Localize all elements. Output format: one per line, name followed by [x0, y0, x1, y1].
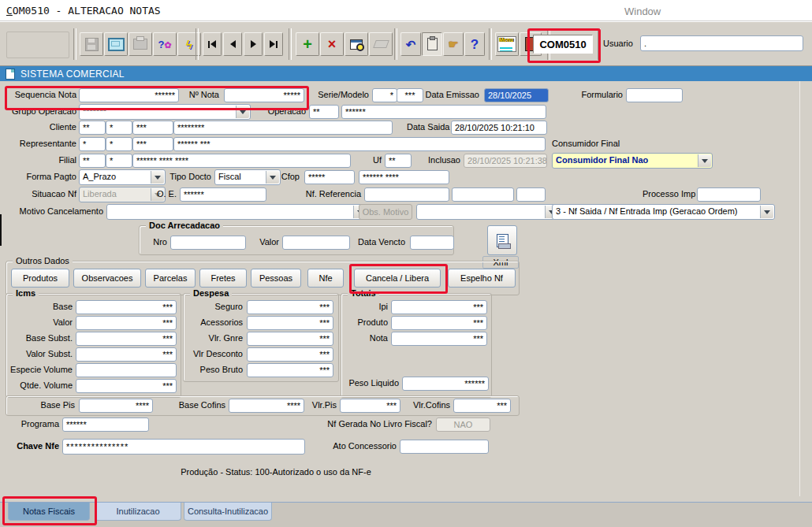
observacoes-button[interactable]: Observacoes — [73, 269, 141, 288]
representante-input-2[interactable]: * — [106, 137, 132, 151]
nro-label: Nro — [148, 237, 167, 248]
filial-input-1[interactable]: ** — [79, 154, 106, 168]
dropdown-arrow-icon[interactable] — [151, 171, 164, 184]
ato-concessorio-input[interactable] — [400, 440, 489, 454]
base-cofins-input[interactable]: **** — [229, 399, 304, 413]
cliente-input-4[interactable]: ******** — [173, 121, 393, 135]
serie-input[interactable]: * — [372, 88, 397, 102]
ipi-input[interactable]: *** — [391, 300, 487, 314]
delete-record-button[interactable]: × — [320, 32, 344, 56]
outros-dados-title: Outros Dados — [13, 256, 73, 265]
nf-referencia-input-1[interactable] — [364, 187, 449, 202]
data-vencto-input[interactable] — [410, 236, 454, 250]
xml-print-icon — [497, 234, 508, 247]
vlr-pis-input[interactable]: *** — [340, 399, 400, 413]
motivo-cancelamento-combo[interactable] — [106, 204, 368, 220]
audit-button[interactable]: ☛ — [443, 32, 464, 56]
icms-title: Icms — [13, 288, 39, 298]
vlr-cofins-input[interactable]: *** — [453, 399, 511, 413]
representante-label: Representante — [4, 139, 76, 150]
peso-bruto-input[interactable]: *** — [247, 363, 333, 377]
cliente-input-2[interactable]: * — [106, 121, 132, 135]
base-pis-input[interactable]: **** — [79, 399, 153, 413]
acessorios-input[interactable]: *** — [247, 316, 333, 330]
data-vencto-label: Data Vencto — [355, 237, 405, 248]
icms-base-input[interactable]: *** — [76, 300, 177, 314]
icms-base-subst-input[interactable]: *** — [76, 332, 177, 346]
dropdown-arrow-icon[interactable] — [698, 154, 711, 167]
modelo-input[interactable]: *** — [397, 88, 423, 102]
tab-consulta-inutilizacao[interactable]: Consulta-Inutilizacao — [184, 503, 272, 521]
operacao-desc-input[interactable]: ****** — [341, 105, 546, 119]
consumidor-final-combo[interactable]: Consumidor Final Nao — [552, 153, 713, 169]
vlr-gnre-input[interactable]: *** — [247, 332, 333, 346]
nfe-button[interactable]: Nfe — [307, 269, 344, 288]
operacao-code-input[interactable]: ** — [309, 105, 339, 119]
undo-button[interactable]: ↶ — [400, 32, 421, 56]
cfop-input[interactable]: ***** — [304, 170, 355, 184]
produtos-button[interactable]: Produtos — [11, 269, 69, 288]
clear-record-button[interactable] — [369, 32, 393, 56]
nf-referencia-input-2[interactable] — [452, 187, 514, 202]
query-help-button[interactable]: ?✿ — [153, 32, 177, 56]
cliente-input-1[interactable]: ** — [79, 121, 106, 135]
first-record-button[interactable] — [203, 32, 222, 56]
prev-record-button[interactable] — [223, 32, 242, 56]
peso-liquido-input[interactable]: ****** — [402, 377, 489, 391]
pessoas-button[interactable]: Pessoas — [251, 269, 301, 288]
window-menu-label[interactable]: Window — [624, 6, 661, 17]
representante-input-3[interactable]: *** — [132, 137, 173, 151]
formulario-input[interactable] — [626, 88, 683, 102]
nf-gerada-label: Nf Gerada No Livro Fiscal? — [315, 419, 432, 430]
next-record-button[interactable] — [244, 32, 263, 56]
especie-volume-input[interactable] — [76, 363, 177, 377]
filial-input-3[interactable]: ****** **** **** — [132, 154, 351, 168]
filial-input-2[interactable]: * — [106, 154, 132, 168]
icms-valor-subst-input[interactable]: *** — [76, 347, 177, 362]
execute-query-icon: ϟ — [186, 39, 192, 50]
qtde-volume-input[interactable]: *** — [76, 379, 177, 393]
screen-button[interactable] — [104, 32, 128, 56]
help-button[interactable]: ? — [464, 32, 485, 56]
tab-inutilizacao[interactable]: Inutilizacao — [95, 503, 181, 521]
cfop-label: Cfop — [276, 172, 300, 183]
produto-total-input[interactable]: *** — [391, 316, 487, 330]
usuario-input[interactable]: . — [640, 35, 803, 51]
representante-input-4[interactable]: ****** *** — [173, 137, 546, 151]
tipo-nf-combo[interactable]: 3 - Nf Saida / Nf Entrada Imp (Geracao O… — [552, 204, 775, 220]
representante-input-1[interactable]: * — [79, 137, 106, 151]
uf-input[interactable]: ** — [385, 154, 412, 168]
icms-valor-input[interactable]: *** — [76, 316, 177, 330]
data-emissao-input[interactable]: 28/10/2025 — [484, 88, 549, 102]
nota-total-input[interactable]: *** — [391, 332, 487, 346]
data-saida-input[interactable]: 28/10/2025 10:21:10 — [451, 121, 547, 135]
chave-nfe-input[interactable]: *************** — [62, 439, 305, 455]
find-form-button[interactable] — [345, 32, 368, 56]
programa-input[interactable]: ****** — [62, 418, 149, 432]
motivo-obs-combo[interactable] — [416, 204, 560, 220]
seguro-input[interactable]: *** — [247, 300, 333, 314]
save-icon — [85, 38, 99, 51]
valor-input[interactable] — [282, 236, 350, 250]
clipboard-button[interactable] — [422, 32, 442, 56]
parcelas-button[interactable]: Parcelas — [145, 269, 196, 288]
forma-pagto-combo[interactable]: A_Prazo — [79, 169, 166, 185]
nro-input[interactable] — [170, 236, 246, 250]
vlr-desconto-input[interactable]: *** — [247, 347, 333, 362]
xml-button[interactable] — [487, 225, 517, 255]
menu-button[interactable]: Menu — [495, 32, 519, 56]
print-button[interactable] — [129, 32, 152, 56]
tipo-docto-combo[interactable]: Fiscal — [214, 169, 281, 185]
oe-input[interactable]: ****** — [180, 187, 266, 202]
save-button[interactable] — [80, 32, 103, 56]
espelho-nf-button[interactable]: Espelho Nf — [448, 269, 516, 288]
processo-imp-input[interactable] — [697, 187, 761, 202]
cliente-input-3[interactable]: *** — [132, 121, 173, 135]
fretes-button[interactable]: Fretes — [199, 269, 247, 288]
insert-record-button[interactable]: + — [296, 32, 319, 56]
cfop-desc-input[interactable]: ****** **** — [359, 170, 449, 184]
dropdown-arrow-icon[interactable] — [760, 206, 773, 218]
last-record-button[interactable] — [264, 32, 283, 56]
print-icon — [133, 39, 147, 50]
nf-referencia-input-3[interactable] — [516, 187, 546, 202]
